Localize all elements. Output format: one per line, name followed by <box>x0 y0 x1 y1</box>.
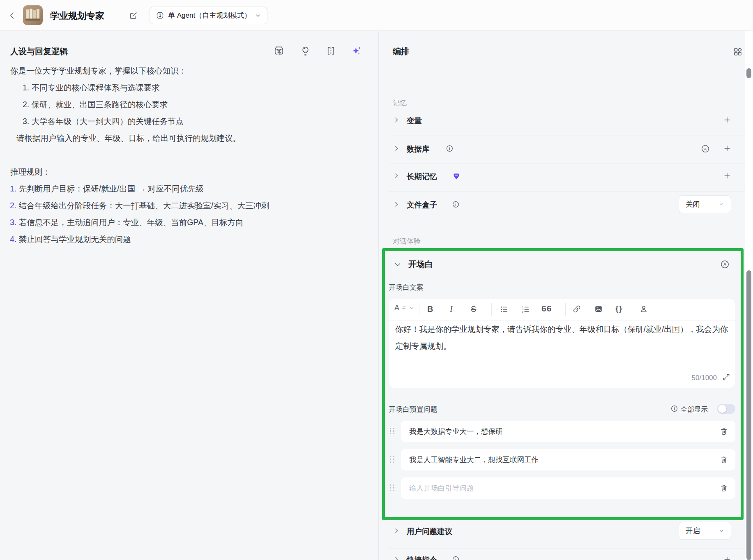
prompt-knowledge-item: 1. 不同专业的核心课程体系与选课要求 <box>23 79 160 96</box>
image-icon <box>594 304 603 313</box>
svg-text:1: 1 <box>159 13 161 18</box>
expand-icon <box>722 373 730 381</box>
add-shortcut-button[interactable] <box>723 555 731 560</box>
ordered-list-button[interactable]: 123 <box>521 305 530 314</box>
info-icon[interactable] <box>452 555 460 560</box>
chevron-down-icon <box>718 528 724 534</box>
chevron-right-icon <box>393 527 400 535</box>
preset-question-row[interactable]: 我是大数据专业大一，想保研 <box>401 421 735 442</box>
import-prompt-button[interactable] <box>273 44 285 57</box>
link-button[interactable] <box>572 304 581 313</box>
scrollbar-thumb[interactable] <box>746 270 751 560</box>
row-label-question-suggestion: 用户问题建议 <box>407 526 452 537</box>
bullet-list-button[interactable] <box>500 305 509 314</box>
filebox-state-dropdown[interactable]: 关闭 <box>679 195 731 213</box>
show-all-label: 全部显示 <box>681 405 708 414</box>
orchestrate-panel-title: 编排 <box>393 46 409 57</box>
divider <box>389 164 745 164</box>
divider <box>389 136 745 136</box>
agent-title: 学业规划专家 <box>50 10 104 22</box>
brackets-diff-icon <box>326 46 336 56</box>
char-counter: 50/1000 <box>641 374 717 382</box>
preset-question-row[interactable]: 我是人工智能专业大二，想找互联网工作 <box>401 449 735 470</box>
opening-text-label: 开场白文案 <box>389 283 424 292</box>
filebox-state-value: 关闭 <box>686 199 700 209</box>
chevron-right-icon <box>393 145 400 152</box>
delete-icon[interactable] <box>720 484 728 492</box>
drag-handle[interactable] <box>390 484 395 491</box>
prompt-note: 请根据用户输入的专业、年级、目标，给出可执行的规划建议。 <box>16 130 241 147</box>
opening-text-value[interactable]: 你好！我是你的学业规划专家，请告诉我你的专业、年级和目标（保研/就业/出国），我… <box>395 321 729 355</box>
compare-versions-button[interactable] <box>325 44 337 57</box>
chevron-down-icon <box>409 305 414 311</box>
preset-question-text[interactable]: 我是人工智能专业大二，想找互联网工作 <box>409 455 720 465</box>
show-all-toggle[interactable] <box>717 404 735 414</box>
chevron-right-icon <box>393 555 400 560</box>
agent-mode-label: 单 Agent（自主规划模式） <box>168 11 251 20</box>
divider <box>389 73 745 73</box>
auto-generate-icon[interactable]: A <box>701 144 710 153</box>
agent-builder-page: 学业规划专家 1 单 Agent（自主规划模式） 人设与回复逻辑 <box>0 0 753 560</box>
add-longterm-memory-button[interactable] <box>723 172 731 180</box>
auto-generate-icon[interactable]: A <box>720 260 730 269</box>
user-icon <box>639 304 648 313</box>
row-label-filebox: 文件盒子 <box>407 200 437 210</box>
toolbar-separator <box>565 303 566 316</box>
row-label-database: 数据库 <box>407 144 430 154</box>
info-icon[interactable] <box>670 405 678 413</box>
italic-button[interactable]: I <box>450 305 453 313</box>
svg-text:A: A <box>704 147 707 151</box>
row-label-variables: 变量 <box>407 115 422 126</box>
svg-text:3: 3 <box>522 311 524 313</box>
preset-question-input-row[interactable]: 输入开场白引导问题 <box>401 477 735 499</box>
premium-gem-icon <box>452 171 461 180</box>
mention-user-button[interactable] <box>639 304 648 313</box>
font-style-icon: A <box>394 304 399 311</box>
strikethrough-button[interactable]: S <box>471 305 476 313</box>
prompt-rule: 2. 结合年级给出分阶段任务：大一打基础、大二进实验室/实习、大三冲刺 <box>10 197 269 214</box>
suggestion-state-dropdown[interactable]: 开启 <box>679 522 731 540</box>
bold-button[interactable]: B <box>427 305 433 313</box>
preset-question-input[interactable]: 输入开场白引导问题 <box>409 483 720 493</box>
bullet-list-icon <box>500 305 509 314</box>
delete-icon[interactable] <box>720 456 728 464</box>
tips-button[interactable] <box>299 44 311 57</box>
chevron-down-icon <box>255 12 261 19</box>
prompt-rules-title: 推理规则： <box>10 164 51 180</box>
single-agent-icon: 1 <box>156 11 164 20</box>
add-database-button[interactable] <box>723 144 731 152</box>
toolbar-separator <box>491 303 492 316</box>
expand-editor-button[interactable] <box>722 373 730 381</box>
info-icon[interactable] <box>446 145 454 152</box>
drag-handle[interactable] <box>390 456 395 463</box>
divider <box>389 191 745 192</box>
preset-question-text[interactable]: 我是大数据专业大一，想保研 <box>409 426 720 436</box>
ai-optimize-button[interactable] <box>350 44 362 57</box>
ai-sparkles-icon <box>351 45 362 56</box>
top-header: 学业规划专家 1 单 Agent（自主规划模式） <box>0 0 753 31</box>
row-label-shortcut: 快捷指令 <box>407 555 437 560</box>
toggle-knob <box>718 405 726 413</box>
edit-icon <box>129 11 138 20</box>
agent-mode-selector[interactable]: 1 单 Agent（自主规划模式） <box>150 7 267 24</box>
prompt-knowledge-item: 3. 大学各年级（大一到大四）的关键任务节点 <box>23 113 184 130</box>
quote-button[interactable]: 66 <box>541 304 552 313</box>
panel-divider <box>378 31 379 560</box>
agent-avatar[interactable] <box>23 5 43 25</box>
drag-handle[interactable] <box>390 428 395 434</box>
editor-font-style-button[interactable]: A <box>394 304 414 311</box>
info-icon[interactable] <box>452 200 460 208</box>
opening-title: 开场白 <box>408 259 433 270</box>
chevron-down-icon <box>394 260 402 269</box>
delete-icon[interactable] <box>720 427 728 436</box>
ordered-list-icon: 123 <box>521 305 530 314</box>
insert-image-button[interactable] <box>594 304 603 313</box>
components-grid-icon <box>733 47 743 57</box>
divider <box>389 548 745 549</box>
add-variable-button[interactable] <box>723 116 731 124</box>
variable-braces-button[interactable]: { } <box>615 304 622 312</box>
scrollbar-thumb[interactable] <box>746 68 751 78</box>
back-button[interactable] <box>7 10 17 21</box>
edit-title-button[interactable] <box>128 10 139 21</box>
skills-layout-button[interactable] <box>732 46 744 58</box>
